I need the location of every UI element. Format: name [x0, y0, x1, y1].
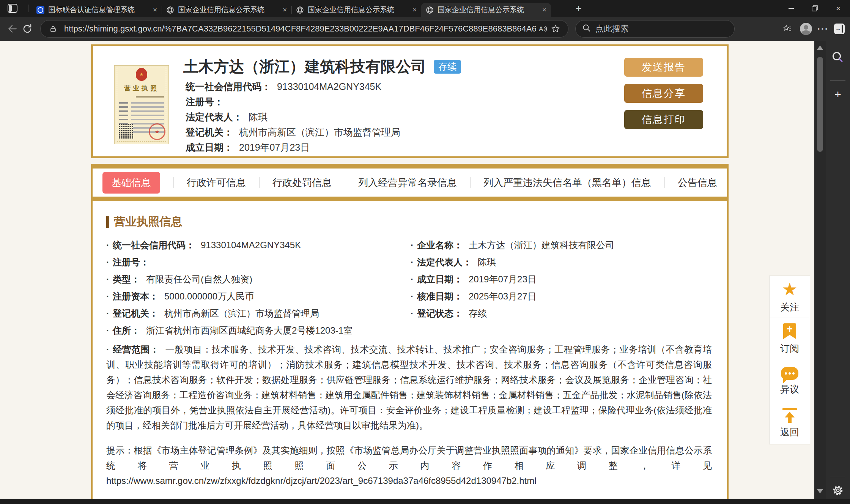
- back-to-top-icon: [782, 408, 797, 423]
- detail-card: 基础信息 行政许可信息 行政处罚信息 列入经营异常名录信息 列入严重违法失信名单…: [91, 164, 729, 499]
- browser-tab-2[interactable]: 国家企业信用信息公示系统 ×: [162, 3, 291, 17]
- tab-strip: 国标联合认证信息管理系统 × 国家企业信用信息公示系统 × 国家企业信用信息公示…: [32, 3, 551, 17]
- tab-abnormal-list[interactable]: 列入经营异常名录信息: [358, 176, 457, 189]
- send-report-button[interactable]: 发送报告: [624, 58, 703, 77]
- license-info-section-title: 营业执照信息: [106, 214, 712, 230]
- sidebar-settings-gear-icon[interactable]: [826, 484, 850, 496]
- header-fields: 统一社会信用代码：91330104MA2GNY345K 注册号： 法定代表人：陈…: [186, 81, 400, 153]
- status-badge: 存续: [434, 60, 461, 74]
- objection-button[interactable]: 异议: [770, 360, 810, 402]
- favorite-star-icon[interactable]: [549, 22, 562, 35]
- search-icon: [582, 24, 591, 34]
- star-icon: ★: [782, 280, 797, 298]
- field-reg-capital: 注册资本：5000.000000万人民币: [106, 291, 395, 302]
- restore-button[interactable]: [803, 0, 826, 17]
- field-establish-date: 成立日期：2019年07月23日: [411, 274, 712, 285]
- svg-text:A: A: [539, 25, 543, 33]
- tab-admin-penalty[interactable]: 行政处罚信息: [272, 176, 332, 189]
- tab-layout-icon[interactable]: [8, 4, 17, 13]
- open-sidebar-icon[interactable]: [834, 24, 845, 34]
- header-field-credit-code: 统一社会信用代码：91330104MA2GNY345K: [186, 81, 400, 92]
- field-company-type: 类型：有限责任公司(自然人独资): [106, 274, 395, 285]
- company-header-card: ★ 营业执照 ★ 土木方达（浙江）建筑科技有限公司 存续: [91, 44, 729, 158]
- tab-close-icon[interactable]: ×: [542, 6, 546, 14]
- license-qr-code: [119, 124, 133, 139]
- back-to-top-button[interactable]: 返回: [770, 402, 810, 444]
- minimize-button[interactable]: [779, 0, 803, 17]
- new-tab-button[interactable]: +: [572, 2, 585, 14]
- tab-title: 国标联合认证信息管理系统: [48, 5, 151, 15]
- header-field-reg-authority: 登记机关：杭州市高新区（滨江）市场监督管理局: [186, 127, 400, 137]
- read-aloud-icon[interactable]: A: [536, 22, 549, 35]
- search-box[interactable]: 点此搜索: [575, 20, 735, 38]
- browser-toolbar: https://shiming.gsxt.gov.cn/%7BA7CA332B9…: [0, 17, 850, 41]
- tab-close-icon[interactable]: ×: [153, 6, 157, 14]
- page-viewport: ★ 营业执照 ★ 土木方达（浙江）建筑科技有限公司 存续: [0, 41, 814, 499]
- tab-close-icon[interactable]: ×: [412, 6, 417, 14]
- field-legal-rep: 法定代表人：陈琪: [411, 257, 712, 268]
- globe-favicon-icon: [166, 6, 174, 14]
- close-button[interactable]: ×: [826, 0, 850, 17]
- info-print-button[interactable]: 信息打印: [624, 110, 703, 129]
- field-reg-status: 登记状态：存续: [411, 308, 712, 319]
- profile-avatar[interactable]: [800, 23, 812, 35]
- scroll-up-arrow-icon[interactable]: [817, 46, 823, 50]
- header-field-establish-date: 成立日期：2019年07月23日: [186, 142, 400, 153]
- tab-admin-license[interactable]: 行政许可信息: [187, 176, 246, 189]
- field-reg-number: 注册号：: [106, 257, 395, 268]
- header-buttons: 发送报告 信息分享 信息打印: [624, 58, 703, 129]
- toolbar-actions: ···: [780, 22, 845, 36]
- search-placeholder[interactable]: 点此搜索: [595, 23, 629, 35]
- bookmark-plus-icon: +: [783, 323, 796, 339]
- back-icon[interactable]: [5, 21, 20, 36]
- follow-button[interactable]: ★ 关注: [770, 276, 810, 318]
- license-info-fields: 统一社会信用代码：91330104MA2GNY345K 企业名称：土木方达（浙江…: [106, 239, 712, 433]
- floating-action-panel: ★ 关注 + 订阅 异议 返回: [769, 276, 810, 444]
- favorites-bar-icon[interactable]: [780, 22, 795, 36]
- basic-info-content: 营业执照信息 统一社会信用代码：91330104MA2GNY345K 企业名称：…: [93, 201, 727, 499]
- header-field-reg-number: 注册号：: [186, 96, 400, 107]
- sidebar-search-icon[interactable]: [826, 51, 850, 64]
- tab-title: 国家企业信用信息公示系统: [308, 5, 410, 15]
- tab-announcements[interactable]: 公告信息: [678, 176, 717, 189]
- screen: 国标联合认证信息管理系统 × 国家企业信用信息公示系统 × 国家企业信用信息公示…: [0, 0, 850, 504]
- browser-tab-4-active[interactable]: 国家企业信用信息公示系统 ×: [421, 3, 551, 17]
- address-bar[interactable]: https://shiming.gsxt.gov.cn/%7BA7CA332B9…: [40, 20, 568, 38]
- browser-tab-1[interactable]: 国标联合认证信息管理系统 ×: [32, 3, 162, 17]
- info-share-button[interactable]: 信息分享: [624, 84, 703, 103]
- license-title: 营业执照: [115, 84, 168, 93]
- sidebar-add-icon[interactable]: +: [826, 88, 850, 101]
- scrollbar-thumb[interactable]: [817, 57, 823, 152]
- globe-favicon-icon: [426, 6, 434, 14]
- company-name: 土木方达（浙江）建筑科技有限公司: [183, 56, 426, 77]
- field-business-scope: 经营范围：一般项目：技术服务、技术开发、技术咨询、技术交流、技术转让、技术推广；…: [106, 342, 712, 433]
- window-bottom-edge: [0, 499, 850, 504]
- field-address: 住所：浙江省杭州市西湖区西城纪商务大厦2号楼1203-1室: [106, 325, 712, 336]
- tab-blacklist[interactable]: 列入严重违法失信名单（黑名单）信息: [483, 176, 651, 189]
- license-adjust-hint: 提示：根据《市场主体登记管理条例》及其实施细则，按照《市场监管总局办公厅关于调整…: [106, 443, 712, 488]
- section-tabs: 基础信息 行政许可信息 行政处罚信息 列入经营异常名录信息 列入严重违法失信名单…: [93, 169, 727, 201]
- divider: [28, 5, 28, 12]
- cert-favicon-icon: [36, 6, 44, 14]
- page-scrollbar[interactable]: [814, 41, 826, 499]
- business-license-image: ★ 营业执照 ★: [114, 65, 169, 144]
- field-company-name: 企业名称：土木方达（浙江）建筑科技有限公司: [411, 239, 712, 251]
- window-controls: ×: [779, 0, 850, 17]
- tab-basic-info[interactable]: 基础信息: [102, 172, 160, 194]
- browser-titlebar: 国标联合认证信息管理系统 × 国家企业信用信息公示系统 × 国家企业信用信息公示…: [0, 0, 850, 17]
- subscribe-button[interactable]: + 订阅: [770, 318, 810, 360]
- field-approval-date: 核准日期：2025年03月27日: [411, 291, 712, 302]
- edge-sidebar-rail: +: [826, 41, 850, 504]
- field-credit-code: 统一社会信用代码：91330104MA2GNY345K: [106, 239, 395, 251]
- field-reg-authority: 登记机关：杭州市高新区（滨江）市场监督管理局: [106, 308, 395, 319]
- url-text[interactable]: https://shiming.gsxt.gov.cn/%7BA7CA332B9…: [64, 24, 536, 34]
- scroll-down-arrow-icon[interactable]: [817, 489, 823, 493]
- tab-close-icon[interactable]: ×: [283, 6, 287, 14]
- lock-icon[interactable]: [47, 22, 60, 35]
- license-seal: ★: [149, 123, 165, 140]
- globe-favicon-icon: [296, 6, 304, 14]
- refresh-icon[interactable]: [20, 21, 35, 36]
- more-menu-icon[interactable]: ···: [817, 24, 829, 34]
- browser-tab-3[interactable]: 国家企业信用信息公示系统 ×: [291, 3, 421, 17]
- tab-title: 国家企业信用信息公示系统: [178, 5, 280, 15]
